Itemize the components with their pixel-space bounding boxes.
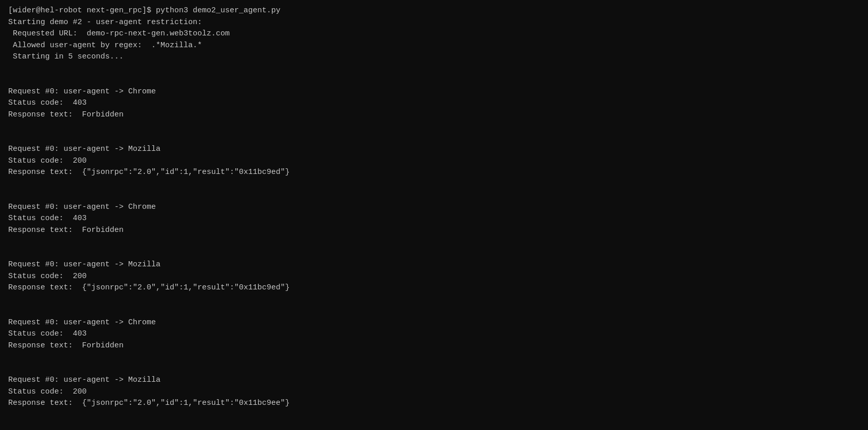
- terminal-line: Starting demo #2 - user-agent restrictio…: [8, 17, 860, 29]
- terminal-line: Response text: Forbidden: [8, 225, 860, 237]
- terminal-line: Request #0: user-agent -> Mozilla: [8, 259, 860, 271]
- terminal-window: [wider@hel-robot next-gen_rpc]$ python3 …: [8, 5, 860, 430]
- terminal-output: [wider@hel-robot next-gen_rpc]$ python3 …: [8, 5, 860, 409]
- terminal-line: Allowed user-agent by regex: .*Mozilla.*: [8, 40, 860, 52]
- terminal-line: Status code: 200: [8, 271, 860, 283]
- terminal-line: Status code: 200: [8, 155, 860, 167]
- terminal-line: [wider@hel-robot next-gen_rpc]$ python3 …: [8, 5, 860, 17]
- terminal-line: Response text: {"jsonrpc":"2.0","id":1,"…: [8, 398, 860, 409]
- terminal-line: Request #0: user-agent -> Chrome: [8, 317, 860, 329]
- terminal-line: Response text: Forbidden: [8, 340, 860, 352]
- terminal-line: Starting in 5 seconds...: [8, 51, 860, 63]
- terminal-line: Response text: {"jsonrpc":"2.0","id":1,"…: [8, 282, 860, 294]
- terminal-line: Status code: 200: [8, 386, 860, 398]
- terminal-line: Response text: Forbidden: [8, 109, 860, 121]
- terminal-line: Status code: 403: [8, 213, 860, 225]
- terminal-line: Request #0: user-agent -> Mozilla: [8, 375, 860, 386]
- terminal-line: Request #0: user-agent -> Chrome: [8, 202, 860, 213]
- terminal-line: Status code: 403: [8, 97, 860, 109]
- terminal-line: Requested URL: demo-rpc-next-gen.web3too…: [8, 28, 860, 40]
- terminal-line: Request #0: user-agent -> Chrome: [8, 86, 860, 98]
- terminal-line: Response text: {"jsonrpc":"2.0","id":1,"…: [8, 167, 860, 179]
- terminal-line: Request #0: user-agent -> Mozilla: [8, 144, 860, 155]
- terminal-line: Status code: 403: [8, 328, 860, 340]
